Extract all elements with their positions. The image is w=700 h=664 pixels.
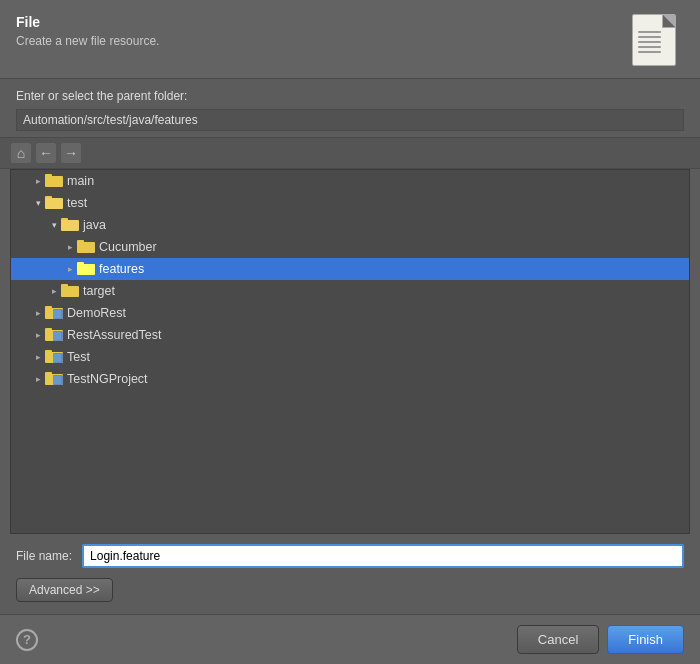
tree-item-label: DemoRest	[67, 306, 126, 320]
tree-item-label: features	[99, 262, 144, 276]
tree-item-label: TestNGProject	[67, 372, 148, 386]
file-icon-lines	[638, 31, 661, 56]
special-folder-icon: J	[45, 328, 63, 342]
expand-arrow-icon: ▸	[31, 372, 45, 386]
header-text: File Create a new file resource.	[16, 14, 159, 48]
filename-input[interactable]	[82, 544, 684, 568]
folder-icon	[45, 174, 63, 188]
tree-item-label: java	[83, 218, 106, 232]
dialog-subtitle: Create a new file resource.	[16, 34, 159, 48]
bottom-bar: ? Cancel Finish	[0, 614, 700, 664]
folder-tree[interactable]: ▸main▾test▾java▸Cucumber▸features▸target…	[10, 169, 690, 534]
tree-item[interactable]: ▸features	[11, 258, 689, 280]
file-icon	[632, 14, 684, 66]
tree-item-label: RestAssuredTest	[67, 328, 161, 342]
tree-item-label: main	[67, 174, 94, 188]
path-section: Enter or select the parent folder: Autom…	[0, 79, 700, 137]
tree-item-label: Test	[67, 350, 90, 364]
tree-item-label: Cucumber	[99, 240, 157, 254]
folder-icon	[77, 240, 95, 254]
expand-arrow-icon: ▾	[31, 196, 45, 210]
forward-button[interactable]: →	[60, 142, 82, 164]
tree-item[interactable]: ▸JTest	[11, 346, 689, 368]
dialog-header: File Create a new file resource.	[0, 0, 700, 79]
cancel-button[interactable]: Cancel	[517, 625, 599, 654]
back-button[interactable]: ←	[35, 142, 57, 164]
tree-item[interactable]: ▸JTestNGProject	[11, 368, 689, 390]
filename-section: File name:	[0, 534, 700, 578]
tree-item[interactable]: ▸main	[11, 170, 689, 192]
expand-arrow-icon: ▸	[31, 328, 45, 342]
special-folder-icon: J	[45, 372, 63, 386]
folder-icon	[45, 196, 63, 210]
tree-item[interactable]: ▾test	[11, 192, 689, 214]
help-button[interactable]: ?	[16, 629, 38, 651]
expand-arrow-icon: ▸	[31, 306, 45, 320]
tree-item[interactable]: ▸JDemoRest	[11, 302, 689, 324]
file-icon-shape	[632, 14, 676, 66]
filename-label: File name:	[16, 549, 72, 563]
expand-arrow-icon: ▸	[63, 240, 77, 254]
expand-arrow-icon: ▸	[31, 174, 45, 188]
action-buttons: Cancel Finish	[517, 625, 684, 654]
home-button[interactable]: ⌂	[10, 142, 32, 164]
path-label: Enter or select the parent folder:	[16, 89, 684, 103]
tree-item[interactable]: ▸Cucumber	[11, 236, 689, 258]
advanced-button[interactable]: Advanced >>	[16, 578, 113, 602]
folder-icon	[61, 284, 79, 298]
expand-arrow-icon: ▸	[63, 262, 77, 276]
expand-arrow-icon: ▸	[47, 284, 61, 298]
tree-item[interactable]: ▸target	[11, 280, 689, 302]
advanced-section: Advanced >>	[0, 578, 700, 614]
path-value: Automation/src/test/java/features	[16, 109, 684, 131]
tree-item[interactable]: ▾java	[11, 214, 689, 236]
folder-icon	[61, 218, 79, 232]
folder-icon	[77, 262, 95, 276]
dialog-title: File	[16, 14, 159, 30]
special-folder-icon: J	[45, 350, 63, 364]
tree-item-label: test	[67, 196, 87, 210]
tree-item[interactable]: ▸JRestAssuredTest	[11, 324, 689, 346]
tree-item-label: target	[83, 284, 115, 298]
expand-arrow-icon: ▾	[47, 218, 61, 232]
tree-toolbar: ⌂ ← →	[0, 137, 700, 169]
expand-arrow-icon: ▸	[31, 350, 45, 364]
finish-button[interactable]: Finish	[607, 625, 684, 654]
special-folder-icon: J	[45, 306, 63, 320]
file-dialog: File Create a new file resource. Enter o…	[0, 0, 700, 664]
